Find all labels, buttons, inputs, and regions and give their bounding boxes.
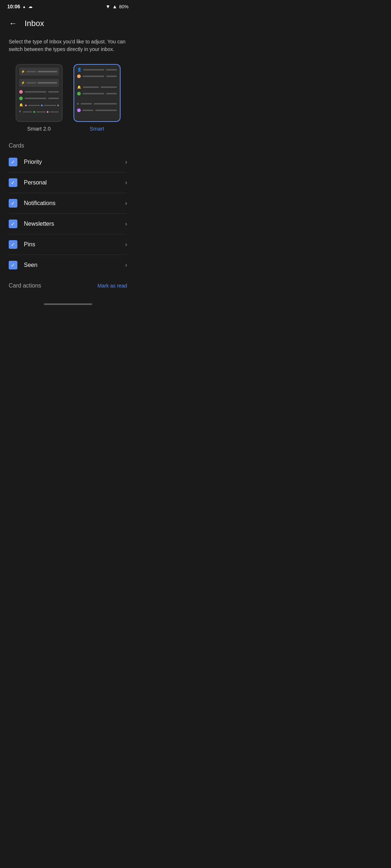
checkbox-personal[interactable]: ✓ [9,178,17,187]
chevron-right-icon: › [125,221,127,227]
status-right: ▼ ▲ 80% [105,4,129,9]
chevron-right-icon: › [125,179,127,186]
card-item-priority[interactable]: ✓ Priority › [0,152,136,172]
signal-icon: ▲ [112,4,117,9]
card-item-seen[interactable]: ✓ Seen › [0,255,136,275]
chevron-right-icon: › [125,159,127,165]
inbox-type-smart20[interactable]: ⚡ ⚡ 🔔 [14,64,64,132]
page-title: Inbox [25,19,44,28]
inbox-type-smart[interactable]: 👤 🔔 [72,64,122,132]
card-item-personal-label: Personal [24,179,125,186]
checkbox-seen[interactable]: ✓ [9,261,17,269]
card-item-notifications-label: Notifications [24,200,125,207]
card-item-pins[interactable]: ✓ Pins › [0,234,136,255]
card-item-notifications[interactable]: ✓ Notifications › [0,193,136,213]
checkmark-icon: ✓ [11,159,15,165]
chevron-right-icon: › [125,241,127,248]
checkbox-notifications[interactable]: ✓ [9,199,17,208]
status-time: 10:06 [7,4,20,9]
checkmark-icon: ✓ [11,242,15,247]
mark-as-read-button[interactable]: Mark as read [97,283,127,289]
back-button[interactable]: ← [6,16,20,31]
card-actions: Card actions Mark as read [0,275,136,296]
card-actions-label: Card actions [9,282,41,289]
checkbox-newsletters[interactable]: ✓ [9,220,17,228]
checkbox-priority[interactable]: ✓ [9,158,17,166]
home-indicator [44,303,92,305]
chevron-right-icon: › [125,200,127,207]
status-left: 10:06 ▲ ☁ [7,4,33,9]
checkmark-icon: ✓ [11,180,15,186]
cards-section-label: Cards [0,139,136,152]
inbox-card-smart-label: Smart [89,125,104,132]
inbox-type-selector: ⚡ ⚡ 🔔 [0,60,136,139]
chevron-right-icon: › [125,262,127,268]
checkmark-icon: ✓ [11,262,15,268]
inbox-card-smart-preview: 👤 🔔 [73,64,121,122]
inbox-card-smart20-preview: ⚡ ⚡ 🔔 [16,64,63,122]
checkbox-pins[interactable]: ✓ [9,240,17,249]
wifi-icon: ▼ [105,4,110,9]
card-item-newsletters[interactable]: ✓ Newsletters › [0,214,136,234]
back-arrow-icon: ← [9,19,17,28]
battery-level: 80% [119,4,129,9]
description-text: Select the type of Inbox you'd like to a… [0,34,136,60]
checkmark-icon: ✓ [11,221,15,227]
checkmark-icon: ✓ [11,200,15,206]
header: ← Inbox [0,11,136,34]
status-bar: 10:06 ▲ ☁ ▼ ▲ 80% [0,0,136,11]
card-item-seen-label: Seen [24,262,125,268]
inbox-card-smart20-label: Smart 2.0 [27,125,51,132]
cloud-icon: ☁ [28,4,33,9]
card-item-pins-label: Pins [24,241,125,248]
card-item-newsletters-label: Newsletters [24,221,125,227]
card-item-priority-label: Priority [24,159,125,165]
card-item-personal[interactable]: ✓ Personal › [0,173,136,193]
notification-icon: ▲ [22,5,26,9]
